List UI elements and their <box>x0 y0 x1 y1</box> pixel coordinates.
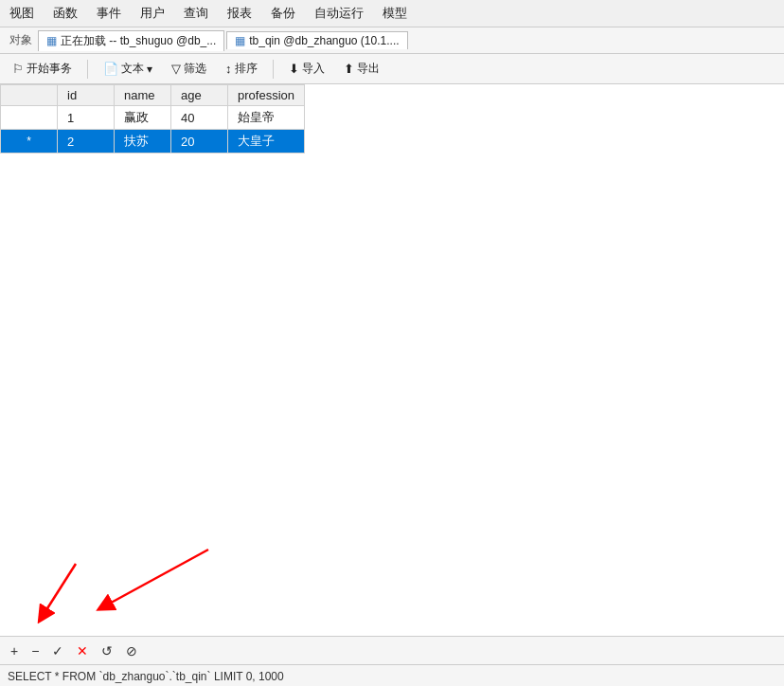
row-marker-2: * <box>1 130 58 153</box>
row-marker-1 <box>1 106 58 130</box>
sort-icon: ↕ <box>225 62 232 76</box>
filter-label: 筛选 <box>184 61 206 77</box>
menu-query[interactable]: 查询 <box>174 2 218 25</box>
cell-name-2[interactable]: 扶苏 <box>115 130 171 153</box>
table-icon: ▦ <box>46 34 57 47</box>
col-id: id <box>58 85 115 106</box>
cell-age-2[interactable]: 20 <box>171 130 228 153</box>
text-icon: 📄 <box>103 62 118 76</box>
status-text: SELECT * FROM `db_zhanguo`.`tb_qin` LIMI… <box>8 670 284 683</box>
menu-function[interactable]: 函数 <box>44 2 87 25</box>
data-table: id name age profession 1 赢政 40 始皇帝 * 2 <box>0 84 305 153</box>
confirm-button[interactable]: ✓ <box>49 642 66 659</box>
object-label: 对象 <box>4 30 38 50</box>
begin-transaction-button[interactable]: ⚐ 开始事务 <box>6 58 79 80</box>
filter-button[interactable]: ▽ 筛选 <box>165 58 213 80</box>
col-age: age <box>171 85 228 106</box>
cell-id-1[interactable]: 1 <box>58 106 115 130</box>
import-button[interactable]: ⬇ 导入 <box>282 58 331 80</box>
col-profession: profession <box>228 85 305 106</box>
export-label: 导出 <box>357 61 380 77</box>
import-label: 导入 <box>302 61 325 77</box>
export-button[interactable]: ⬆ 导出 <box>337 58 386 80</box>
text-label: 文本 <box>121 61 144 77</box>
filter-icon: ▽ <box>171 62 181 76</box>
tab-qin[interactable]: ▦ tb_qin @db_zhanguo (10.1.... <box>226 31 407 49</box>
cell-profession-1[interactable]: 始皇帝 <box>228 106 305 130</box>
toolbar: ⚐ 开始事务 📄 文本 ▾ ▽ 筛选 ↕ 排序 ⬇ 导入 ⬆ 导出 <box>0 54 784 84</box>
annotation-arrows <box>0 545 265 640</box>
sort-label: 排序 <box>235 61 258 77</box>
tab-loading-label: 正在加载 -- tb_shuguo @db_... <box>61 33 216 49</box>
cell-profession-2[interactable]: 大皇子 <box>228 130 305 153</box>
dropdown-arrow: ▾ <box>147 63 152 76</box>
import-icon: ⬇ <box>289 62 299 76</box>
separator-1 <box>87 60 88 79</box>
menu-bar: 视图 函数 事件 用户 查询 报表 备份 自动运行 模型 <box>0 0 784 27</box>
export-icon: ⬆ <box>344 62 354 76</box>
cell-age-1[interactable]: 40 <box>171 106 228 130</box>
menu-view[interactable]: 视图 <box>0 2 44 25</box>
tab-qin-label: tb_qin @db_zhanguo (10.1.... <box>249 34 399 47</box>
cell-name-1[interactable]: 赢政 <box>115 106 171 130</box>
refresh-button[interactable]: ↺ <box>98 642 116 659</box>
main-content: id name age profession 1 赢政 40 始皇帝 * 2 <box>0 84 784 686</box>
stop-button[interactable]: ⊘ <box>123 642 140 659</box>
menu-report[interactable]: 报表 <box>218 2 261 25</box>
begin-transaction-label: 开始事务 <box>27 61 72 77</box>
table-row[interactable]: 1 赢政 40 始皇帝 <box>1 106 305 130</box>
sort-button[interactable]: ↕ 排序 <box>219 58 264 80</box>
menu-autorun[interactable]: 自动运行 <box>305 2 373 25</box>
tab-loading[interactable]: ▦ 正在加载 -- tb_shuguo @db_... <box>38 30 224 51</box>
svg-line-1 <box>104 550 208 606</box>
transaction-icon: ⚐ <box>12 62 24 76</box>
menu-model[interactable]: 模型 <box>373 2 417 25</box>
menu-event[interactable]: 事件 <box>87 2 131 25</box>
data-area[interactable]: id name age profession 1 赢政 40 始皇帝 * 2 <box>0 84 784 686</box>
table-icon-2: ▦ <box>235 34 245 47</box>
cancel-button[interactable]: ✕ <box>74 642 91 659</box>
table-row-selected[interactable]: * 2 扶苏 20 大皇子 <box>1 130 305 153</box>
svg-line-0 <box>43 564 76 616</box>
add-row-button[interactable]: + <box>8 642 21 659</box>
menu-backup[interactable]: 备份 <box>261 2 305 25</box>
text-button[interactable]: 📄 文本 ▾ <box>97 58 159 80</box>
col-marker <box>1 85 58 106</box>
col-name: name <box>115 85 171 106</box>
cell-id-2[interactable]: 2 <box>58 130 115 153</box>
status-bar: SELECT * FROM `db_zhanguo`.`tb_qin` LIMI… <box>0 664 784 686</box>
tab-bar: 对象 ▦ 正在加载 -- tb_shuguo @db_... ▦ tb_qin … <box>0 27 784 54</box>
bottom-action-bar: + − ✓ ✕ ↺ ⊘ <box>0 636 784 664</box>
separator-2 <box>273 60 274 79</box>
delete-row-button[interactable]: − <box>28 642 42 659</box>
menu-user[interactable]: 用户 <box>131 2 174 25</box>
